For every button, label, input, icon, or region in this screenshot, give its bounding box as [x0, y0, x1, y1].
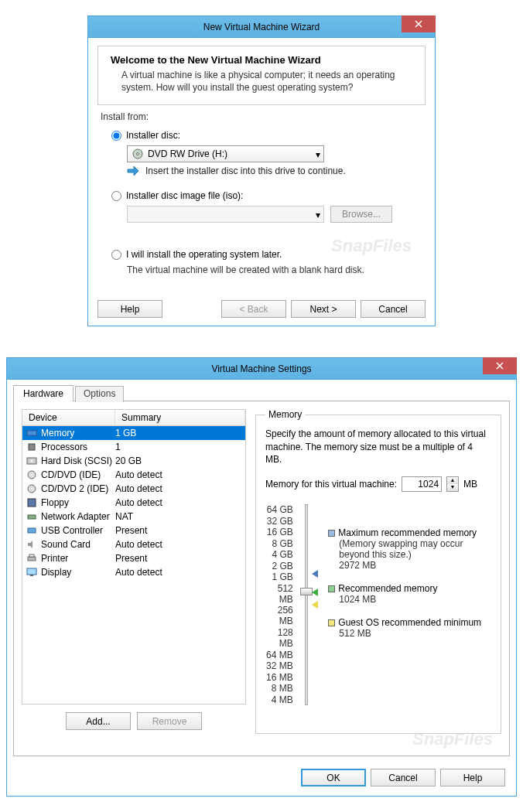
cd-icon — [26, 483, 38, 494]
spinner-down-icon[interactable]: ▼ — [447, 484, 458, 491]
col-summary-header[interactable]: Summary — [115, 410, 245, 425]
tick-label: 256 MB — [265, 605, 293, 626]
tick-label: 32 GB — [265, 516, 293, 527]
settings-window: Virtual Machine Settings Hardware Option… — [6, 357, 517, 797]
settings-titlebar[interactable]: Virtual Machine Settings — [7, 358, 516, 380]
svg-point-1 — [137, 153, 139, 155]
device-summary: Present — [115, 525, 242, 536]
device-row-sound[interactable]: Sound CardAuto detect — [22, 537, 245, 551]
help-button[interactable]: Help — [97, 300, 162, 318]
svg-point-5 — [30, 459, 33, 462]
wizard-window: New Virtual Machine Wizard Welcome to th… — [87, 15, 436, 326]
welcome-description: A virtual machine is like a physical com… — [111, 69, 412, 94]
svg-rect-2 — [27, 431, 36, 435]
install-from-label: Install from: — [101, 111, 426, 122]
col-device-header[interactable]: Device — [22, 410, 115, 425]
svg-rect-11 — [28, 515, 36, 519]
marker-max — [312, 569, 318, 580]
svg-point-7 — [31, 474, 32, 476]
radio-iso[interactable]: Installer disc image file (iso): — [111, 190, 426, 201]
next-button[interactable]: Next > — [291, 300, 356, 318]
close-icon[interactable] — [483, 357, 517, 374]
device-list-body[interactable]: Memory1 GBProcessors1Hard Disk (SCSI)20 … — [22, 426, 246, 705]
remove-button[interactable]: Remove — [137, 712, 202, 730]
radio-disc-input[interactable] — [111, 131, 121, 141]
tick-label: 128 MB — [265, 627, 293, 649]
disc-drive-combo[interactable]: DVD RW Drive (H:) ▾ — [127, 145, 324, 162]
memory-input[interactable] — [402, 476, 442, 492]
browse-button[interactable]: Browse... — [330, 206, 392, 223]
device-summary: Auto detect — [115, 539, 242, 550]
svg-rect-14 — [29, 554, 34, 557]
radio-installer-disc[interactable]: Installer disc: — [111, 130, 426, 141]
cancel-button[interactable]: Cancel — [371, 769, 436, 786]
device-name: CD/DVD (IDE) — [41, 469, 115, 480]
memory-spinner[interactable]: ▲▼ — [446, 476, 459, 492]
tab-options[interactable]: Options — [75, 386, 124, 402]
chevron-down-icon: ▾ — [316, 149, 320, 160]
svg-rect-16 — [30, 575, 33, 576]
svg-rect-15 — [27, 568, 36, 575]
cancel-button[interactable]: Cancel — [361, 300, 426, 318]
tick-label: 64 MB — [265, 650, 293, 660]
memory-icon — [26, 428, 38, 438]
svg-rect-12 — [28, 528, 36, 533]
device-summary: NAT — [115, 511, 242, 522]
spinner-up-icon[interactable]: ▲ — [447, 477, 458, 484]
device-row-hdd[interactable]: Hard Disk (SCSI)20 GB — [22, 454, 245, 468]
tick-label: 4 GB — [265, 549, 293, 560]
wizard-title: New Virtual Machine Wizard — [88, 22, 435, 32]
help-button[interactable]: Help — [440, 769, 505, 786]
slider-tick-labels: 64 GB32 GB16 GB8 GB4 GB2 GB1 GB512 MB256… — [265, 504, 293, 705]
close-icon[interactable] — [402, 15, 436, 32]
device-summary: Auto detect — [115, 469, 242, 480]
ok-button[interactable]: OK — [301, 769, 366, 786]
device-row-printer[interactable]: PrinterPresent — [22, 551, 245, 565]
device-row-floppy[interactable]: FloppyAuto detect — [22, 496, 245, 510]
tick-label: 16 GB — [265, 527, 293, 537]
memory-fieldset: Memory Specify the amount of memory allo… — [255, 409, 501, 734]
tab-hardware[interactable]: Hardware — [13, 385, 73, 401]
iso-path-combo[interactable]: ▾ — [127, 206, 324, 223]
svg-point-9 — [31, 488, 32, 490]
device-summary: 1 — [115, 442, 242, 452]
cd-icon — [26, 469, 38, 480]
disc-hint-row: Insert the installer disc into this driv… — [127, 165, 426, 176]
device-row-display[interactable]: DisplayAuto detect — [22, 565, 245, 579]
radio-iso-input[interactable] — [111, 191, 121, 201]
disc-icon — [132, 148, 143, 159]
marker-recommended — [312, 588, 318, 599]
radio-later-input[interactable] — [111, 250, 121, 260]
hdd-icon — [26, 455, 38, 466]
svg-rect-10 — [28, 499, 36, 507]
radio-later-label: I will install the operating system late… — [126, 249, 282, 260]
add-button[interactable]: Add... — [66, 712, 131, 730]
device-name: Processors — [41, 442, 115, 452]
radio-later[interactable]: I will install the operating system late… — [111, 249, 426, 260]
memory-unit: MB — [463, 479, 477, 490]
device-row-cpu[interactable]: Processors1 — [22, 440, 245, 454]
device-summary: Present — [115, 553, 242, 564]
memory-slider[interactable] — [298, 504, 310, 705]
back-button[interactable]: < Back — [221, 300, 286, 318]
device-row-net[interactable]: Network AdapterNAT — [22, 510, 245, 524]
device-row-memory[interactable]: Memory1 GB — [22, 426, 245, 440]
printer-icon — [26, 553, 38, 564]
device-row-cd[interactable]: CD/DVD (IDE)Auto detect — [22, 468, 245, 482]
tick-label: 8 GB — [265, 538, 293, 549]
tick-label: 2 GB — [265, 561, 293, 571]
device-row-cd[interactable]: CD/DVD 2 (IDE)Auto detect — [22, 482, 245, 496]
disc-drive-value: DVD RW Drive (H:) — [148, 148, 227, 159]
radio-disc-label: Installer disc: — [126, 130, 180, 141]
radio-iso-label: Installer disc image file (iso): — [126, 190, 243, 201]
tick-label: 16 MB — [265, 672, 293, 683]
usb-icon — [26, 525, 38, 536]
slider-thumb[interactable] — [300, 588, 313, 595]
display-icon — [26, 567, 38, 578]
wizard-titlebar[interactable]: New Virtual Machine Wizard — [88, 16, 435, 38]
device-name: CD/DVD 2 (IDE) — [41, 483, 115, 494]
device-name: Network Adapter — [41, 511, 115, 522]
device-row-usb[interactable]: USB ControllerPresent — [22, 524, 245, 537]
legend-max: Maximum recommended memory (Memory swapp… — [328, 527, 491, 571]
device-name: Floppy — [41, 497, 115, 508]
